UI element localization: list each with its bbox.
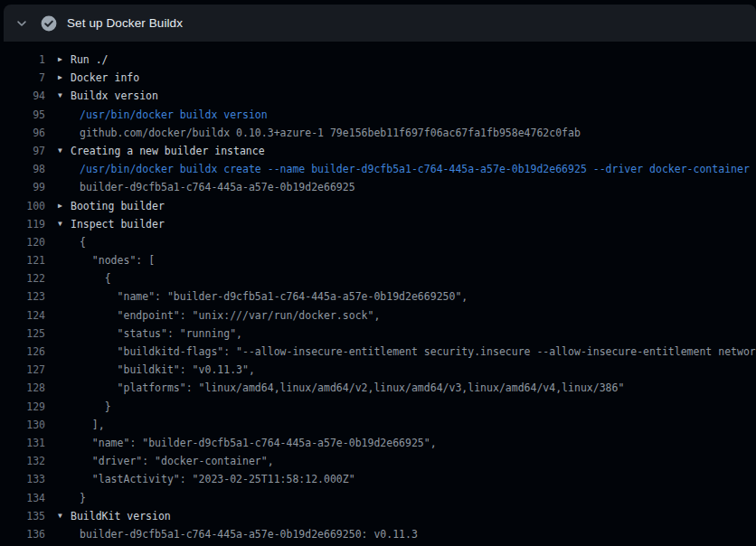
line-number[interactable]: 130 <box>0 416 45 434</box>
line-number[interactable]: 123 <box>0 287 45 306</box>
line-text: "lastActivity": "2023-02-25T11:58:12.000… <box>80 470 355 488</box>
line-number[interactable]: 95 <box>0 106 45 124</box>
log-line: 121 "nodes": [ <box>0 251 756 269</box>
step-title: Set up Docker Buildx <box>67 16 183 30</box>
log-line: 120 { <box>0 233 756 251</box>
line-number[interactable]: 129 <box>0 398 45 416</box>
line-number[interactable]: 7 <box>0 69 45 87</box>
status-success-icon <box>41 15 57 32</box>
line-number[interactable]: 128 <box>0 379 45 397</box>
log-line: 126 "buildkitd-flags": "--allow-insecure… <box>0 343 756 361</box>
log-line[interactable]: 1 ▶ Run ./ <box>0 51 756 69</box>
log-line: 125 "status": "running", <box>0 325 756 343</box>
line-number[interactable]: 124 <box>0 306 45 325</box>
line-text: { <box>80 269 111 287</box>
line-number[interactable]: 131 <box>0 434 45 452</box>
log-line: 95 /usr/bin/docker buildx version <box>0 106 756 124</box>
line-number[interactable]: 133 <box>0 470 45 488</box>
log-line[interactable]: 7 ▶ Docker info <box>0 69 756 87</box>
log-line: 99 builder-d9cfb5a1-c764-445a-a57e-0b19d… <box>0 178 756 196</box>
line-number[interactable]: 97 <box>0 142 45 160</box>
line-text: builder-d9cfb5a1-c764-445a-a57e-0b19d2e6… <box>80 178 355 196</box>
log-line: 123 "name": "builder-d9cfb5a1-c764-445a-… <box>0 287 756 306</box>
line-text: "name": "builder-d9cfb5a1-c764-445a-a57e… <box>80 434 437 452</box>
line-number[interactable]: 121 <box>0 251 45 269</box>
line-number[interactable]: 134 <box>0 489 45 507</box>
log-line[interactable]: 119 ▼ Inspect builder <box>0 215 756 233</box>
step-header[interactable]: Set up Docker Buildx <box>4 5 756 42</box>
line-number[interactable]: 120 <box>0 233 45 251</box>
line-text: /usr/bin/docker buildx create --name bui… <box>80 160 750 178</box>
line-number[interactable]: 125 <box>0 325 45 343</box>
line-number[interactable]: 122 <box>0 269 45 287</box>
line-text: Inspect builder <box>71 215 165 233</box>
line-number[interactable]: 94 <box>0 87 45 105</box>
line-text: Creating a new builder instance <box>71 142 265 160</box>
line-text: BuildKit version <box>71 507 171 525</box>
line-number[interactable]: 132 <box>0 452 45 470</box>
line-text: "endpoint": "unix:///var/run/docker.sock… <box>80 306 380 325</box>
line-text: Run ./ <box>71 51 109 69</box>
line-text: "name": "builder-d9cfb5a1-c764-445a-a57e… <box>80 287 468 306</box>
log-line: 96 github.com/docker/buildx 0.10.3+azure… <box>0 124 756 142</box>
line-text: Docker info <box>71 69 139 87</box>
log-line: 134 } <box>0 489 756 507</box>
line-text: "buildkit": "v0.11.3", <box>80 361 255 379</box>
line-number[interactable]: 135 <box>0 507 45 525</box>
log-line[interactable]: 94 ▼ Buildx version <box>0 87 756 105</box>
line-number[interactable]: 1 <box>0 51 45 69</box>
line-number[interactable]: 100 <box>0 197 45 215</box>
log-line: 122 { <box>0 269 756 287</box>
line-text: builder-d9cfb5a1-c764-445a-a57e-0b19d2e6… <box>80 525 418 543</box>
group-toggle-icon[interactable]: ▼ <box>58 215 69 233</box>
group-toggle-icon[interactable]: ▼ <box>58 507 69 525</box>
log-line[interactable]: 100 ▶ Booting builder <box>0 197 756 215</box>
log-lines: 1 ▶ Run ./ 7 ▶ Docker info 94 ▼ Buildx v… <box>0 42 756 546</box>
line-number[interactable]: 127 <box>0 361 45 379</box>
log-line: 130 ], <box>0 416 756 434</box>
log-line: 98 /usr/bin/docker buildx create --name … <box>0 160 756 178</box>
log-line[interactable]: 135 ▼ BuildKit version <box>0 507 756 525</box>
line-number[interactable]: 98 <box>0 160 45 178</box>
line-number[interactable]: 119 <box>0 215 45 233</box>
line-text: } <box>80 398 111 416</box>
log-line: 131 "name": "builder-d9cfb5a1-c764-445a-… <box>0 434 756 452</box>
line-text: /usr/bin/docker buildx version <box>80 106 268 124</box>
line-number[interactable]: 96 <box>0 124 45 142</box>
log-line: 124 "endpoint": "unix:///var/run/docker.… <box>0 306 756 325</box>
line-number[interactable]: 99 <box>0 178 45 196</box>
line-text: ], <box>80 416 105 434</box>
log-line[interactable]: 97 ▼ Creating a new builder instance <box>0 142 756 160</box>
line-text: "status": "running", <box>80 325 242 343</box>
line-text: "driver": "docker-container", <box>80 452 274 470</box>
line-text: Buildx version <box>71 87 158 105</box>
line-text: "buildkitd-flags": "--allow-insecure-ent… <box>80 343 756 361</box>
chevron-down-icon[interactable] <box>14 16 29 31</box>
line-text: "nodes": [ <box>80 251 155 269</box>
group-toggle-icon[interactable]: ▼ <box>58 142 69 160</box>
group-toggle-icon[interactable]: ▶ <box>58 197 69 215</box>
line-number[interactable]: 136 <box>0 525 45 543</box>
log-line: 132 "driver": "docker-container", <box>0 452 756 470</box>
log-line: 128 "platforms": "linux/amd64,linux/amd6… <box>0 379 756 397</box>
log-line: 136 builder-d9cfb5a1-c764-445a-a57e-0b19… <box>0 525 756 543</box>
line-text: github.com/docker/buildx 0.10.3+azure-1 … <box>80 124 581 142</box>
line-text: { <box>80 233 86 251</box>
line-number[interactable]: 126 <box>0 343 45 361</box>
group-toggle-icon[interactable]: ▶ <box>58 69 69 87</box>
line-text: "platforms": "linux/amd64,linux/amd64/v2… <box>80 379 624 397</box>
log-line: 129 } <box>0 398 756 416</box>
line-text: Booting builder <box>71 197 165 215</box>
log-line: 133 "lastActivity": "2023-02-25T11:58:12… <box>0 470 756 488</box>
line-text: } <box>80 489 86 507</box>
log-line: 127 "buildkit": "v0.11.3", <box>0 361 756 379</box>
group-toggle-icon[interactable]: ▼ <box>58 87 69 105</box>
group-toggle-icon[interactable]: ▶ <box>58 51 69 69</box>
